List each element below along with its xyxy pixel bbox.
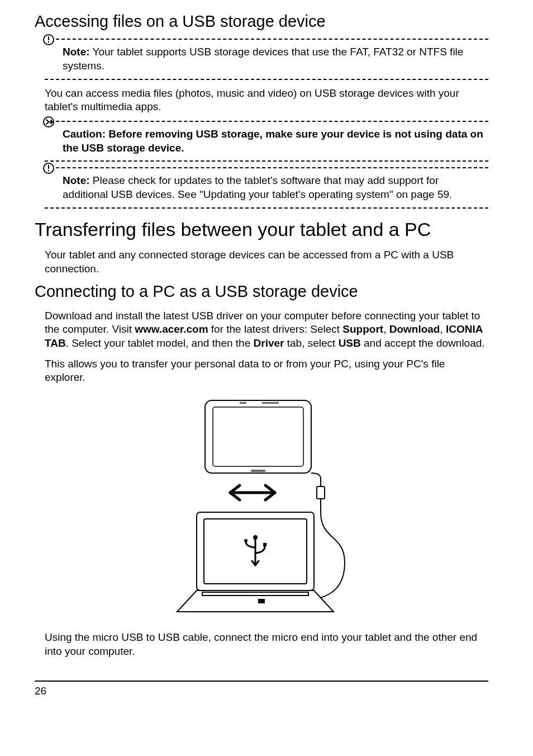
svg-rect-10 [262, 402, 279, 404]
heading-accessing: Accessing files on a USB storage device [35, 12, 488, 31]
text: , [383, 323, 389, 335]
note-updates: Note: Please check for updates to the ta… [45, 167, 488, 208]
note-text: Your tablet supports USB storage devices… [63, 46, 463, 72]
paragraph-driver: Download and install the latest USB driv… [45, 309, 488, 351]
figure-usb-connection [45, 395, 488, 621]
note-icon [42, 34, 55, 46]
text: , [440, 323, 446, 335]
svg-rect-2 [48, 41, 49, 42]
label-usb: USB [339, 337, 361, 349]
text: tab, select [284, 337, 338, 349]
svg-rect-8 [213, 407, 303, 466]
label-download: Download [389, 323, 440, 335]
svg-rect-5 [48, 165, 49, 169]
svg-rect-11 [251, 470, 265, 472]
text: and accept the download. [361, 337, 485, 349]
svg-rect-12 [317, 486, 325, 499]
label-driver: Driver [254, 337, 284, 349]
heading-transferring: Transferring files between your tablet a… [35, 219, 488, 240]
paragraph-transfer: Your tablet and any connected storage de… [45, 248, 488, 276]
note-label: Note: [63, 46, 90, 58]
caution-icon [42, 116, 55, 128]
text: for the latest drivers: Select [208, 323, 343, 335]
text: . Select your tablet model, and then the [66, 337, 254, 349]
svg-rect-1 [48, 36, 49, 40]
heading-connecting: Connecting to a PC as a USB storage devi… [35, 282, 488, 301]
note-label: Note: [63, 174, 90, 186]
url-acer: www.acer.com [135, 323, 208, 335]
svg-rect-9 [240, 402, 246, 404]
note-text: Please check for updates to the tablet's… [63, 174, 452, 200]
caution-remove: Caution: Before removing USB storage, ma… [45, 121, 488, 162]
svg-point-17 [253, 535, 258, 540]
svg-rect-21 [259, 599, 264, 603]
note-fat: Note: Your tablet supports USB storage d… [45, 39, 488, 79]
page-footer: 26 [35, 681, 488, 697]
label-support: Support [342, 323, 383, 335]
page-number: 26 [35, 685, 46, 697]
page: Accessing files on a USB storage device … [0, 0, 533, 714]
svg-rect-19 [263, 543, 266, 546]
note-icon [42, 162, 55, 174]
paragraph-access: You can access media files (photos, musi… [45, 87, 488, 114]
paragraph-explorer: This allows you to transfer your persona… [45, 357, 488, 385]
svg-point-18 [244, 539, 248, 542]
svg-rect-6 [48, 170, 49, 171]
caution-text: Caution: Before removing USB storage, ma… [63, 128, 483, 154]
paragraph-cable: Using the micro USB to USB cable, connec… [45, 631, 488, 658]
